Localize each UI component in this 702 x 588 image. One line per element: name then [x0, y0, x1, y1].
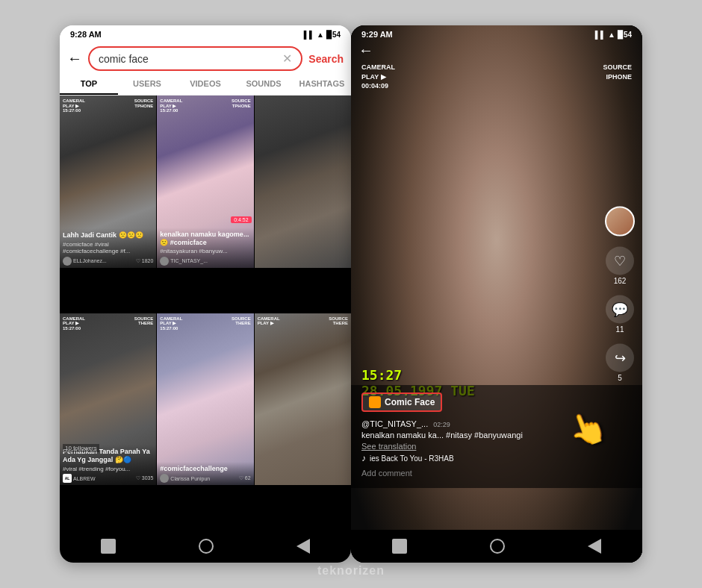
user-avatar-1 [63, 257, 72, 266]
source-iphone-block: SOURCEIPHONE [603, 63, 632, 91]
back-button-left[interactable]: ← [67, 50, 82, 67]
nav-circle-right[interactable] [490, 539, 505, 554]
music-note-icon: ♪ [361, 453, 366, 463]
bottom-nav-right [351, 530, 642, 563]
right-phone: 9:29 AM ▌▌ ▲ ▉54 ← CAMERALPLAY ▶00:04:09… [351, 25, 642, 563]
user-name-4: ALBREW [73, 476, 96, 481]
comment-count-right: 11 [615, 325, 624, 334]
status-bar-right: 9:29 AM ▌▌ ▲ ▉54 [351, 25, 642, 42]
video-tags-1: #comicface #viral #comicfacechallenge #f… [63, 241, 153, 255]
status-icons-right: ▌▌ ▲ ▉54 [595, 31, 632, 39]
tab-videos[interactable]: VIDEOS [176, 74, 234, 95]
user-name-1: ELLJohanez... [73, 258, 107, 263]
nav-back-left[interactable] [296, 539, 310, 554]
tabs-row: TOP USERS VIDEOS SOUNDS HASHTAGS [60, 74, 351, 96]
user-avatar-2 [160, 257, 169, 266]
cam-info-right: CAMERALPLAY ▶00:04:09 SOURCEIPHONE [361, 63, 632, 91]
tab-sounds[interactable]: SOUNDS [234, 74, 293, 95]
status-bar-left: 9:28 AM ▌▌ ▲ ▉54 [60, 25, 351, 42]
comic-face-badge[interactable]: Comic Face [361, 392, 442, 412]
user-name-5: Clarissa Punipun [170, 476, 210, 481]
tab-users[interactable]: USERS [118, 74, 176, 95]
like-count-1: ♡ 1820 [136, 258, 154, 264]
nav-back-right[interactable] [588, 539, 601, 554]
follower-label: 10 followers [63, 444, 99, 452]
wifi-icon-right: ▲ [608, 31, 615, 39]
status-icons-left: ▌▌ ▲ ▉54 [304, 31, 341, 39]
video-tags-2: #nitasyakuran #banyuw... [160, 248, 250, 255]
signal-icon-right: ▌▌ [595, 31, 606, 39]
username-right: @TIC_NITASY_... [361, 419, 428, 428]
share-count-right: 5 [618, 374, 622, 382]
cam-play-block: CAMERALPLAY ▶00:04:09 [361, 63, 395, 91]
back-arrow-right[interactable]: ← [358, 42, 373, 58]
video-cell-6[interactable]: CAMERALPLAY ▶ SOURCETHERE [255, 313, 351, 486]
user-avatar-4: AL [63, 474, 72, 483]
nav-square-right[interactable] [392, 539, 407, 554]
nav-circle-left[interactable] [199, 539, 214, 554]
video-title-1: Lahh Jadi Cantik 🙁🙁🙁 [63, 231, 153, 240]
signal-icon-left: ▌▌ [304, 31, 314, 39]
action-comment[interactable]: 💬 11 [606, 295, 634, 334]
comment-icon[interactable]: 💬 [606, 295, 634, 324]
back-nav-right[interactable]: ← [358, 42, 373, 59]
action-like[interactable]: ♡ 162 [606, 247, 634, 285]
video-tags-4: #viral #trending #foryou... [63, 466, 153, 473]
tab-hashtags[interactable]: HASHTAGS [293, 74, 351, 95]
add-comment-field[interactable]: Add comment [361, 466, 632, 481]
battery-left: ▉54 [326, 31, 341, 39]
tab-top[interactable]: TOP [60, 74, 118, 95]
new-badge-2: 0:4:52 [231, 216, 251, 223]
time-left: 9:28 AM [70, 30, 102, 39]
action-share[interactable]: ↪ 5 [606, 344, 634, 382]
user-avatar-right [605, 207, 635, 237]
video-cell-3[interactable] [255, 96, 351, 268]
comic-face-icon [369, 396, 381, 408]
search-input-wrap[interactable]: comic face ✕ [88, 46, 302, 71]
time-right: 9:29 AM [361, 30, 393, 39]
video-cell-2[interactable]: CAMERALPLAY ▶15:27:00 SOURCETPHONE 0:4:5… [157, 96, 253, 268]
video-cell-4[interactable]: CAMERALPLAY ▶15:27:00 SOURCETHERE Perhat… [60, 313, 156, 486]
video-title-2: kenalkan namaku kagome... 🙁 #comicface [160, 231, 250, 247]
time-posted-right: 02:29 [433, 421, 450, 428]
action-avatar[interactable] [605, 207, 635, 237]
like-count-4: ♡ 3035 [136, 475, 154, 481]
music-row: ♪ ies Back To You - R3HAB [361, 453, 632, 463]
search-query: comic face [99, 53, 149, 65]
nav-square-left[interactable] [101, 539, 116, 554]
video-cell-1[interactable]: CAMERALPLAY ▶15:27:00 SOURCETPHONE Lahh … [60, 96, 156, 268]
bottom-nav-left [60, 530, 351, 563]
clear-search-button[interactable]: ✕ [282, 51, 292, 66]
search-bar-area: ← comic face ✕ Search [60, 42, 351, 74]
battery-right: ▉54 [618, 31, 632, 39]
search-button[interactable]: Search [308, 53, 344, 65]
right-actions: ♡ 162 💬 11 ↪ 5 [605, 207, 635, 382]
video-cell-5[interactable]: CAMERALPLAY ▶15:27:00 SOURCETHERE #comic… [157, 313, 253, 486]
left-phone: 9:28 AM ▌▌ ▲ ▉54 ← comic face ✕ Search T… [60, 25, 351, 563]
comic-face-label: Comic Face [385, 397, 435, 407]
video-title-5: #comicfacechallenge [160, 465, 250, 473]
like-count-right: 162 [614, 277, 627, 285]
watermark: teknorizen [0, 564, 702, 578]
music-title: ies Back To You - R3HAB [370, 454, 454, 463]
user-avatar-5 [160, 474, 169, 483]
user-name-2: TIC_NITASY_... [170, 258, 208, 263]
video-grid: CAMERALPLAY ▶15:27:00 SOURCETPHONE Lahh … [60, 96, 351, 530]
like-count-5: ♡ 62 [239, 475, 251, 481]
like-icon[interactable]: ♡ [606, 247, 634, 275]
share-icon[interactable]: ↪ [606, 344, 634, 372]
wifi-icon-left: ▲ [317, 31, 324, 39]
